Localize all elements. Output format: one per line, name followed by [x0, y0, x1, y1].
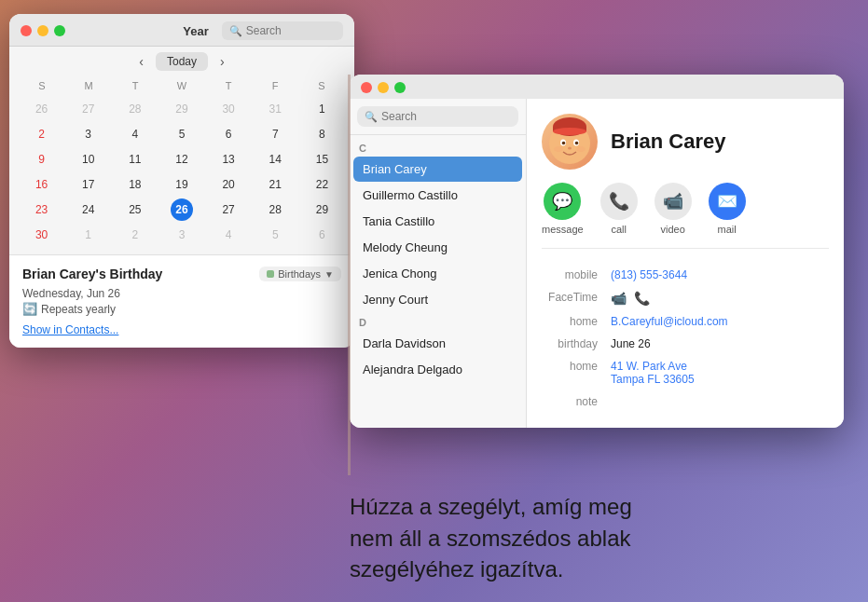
mail-icon: ✉️ — [709, 183, 746, 220]
calendar-cell[interactable]: 2 — [124, 224, 146, 246]
svg-point-7 — [575, 142, 579, 145]
calendar-cell[interactable]: 20 — [217, 173, 240, 196]
next-month-button[interactable]: › — [215, 52, 229, 71]
calendar-grid: S M T W T F S 26272829303112345678910111… — [9, 75, 354, 254]
calendar-cell[interactable]: 1 — [310, 98, 333, 120]
calendar-titlebar: Year 🔍 — [9, 14, 354, 47]
calendar-cell[interactable]: 30 — [217, 98, 240, 120]
contact-item[interactable]: Darla Davidson — [353, 331, 522, 356]
svg-point-9 — [554, 146, 563, 152]
calendar-cell[interactable]: 3 — [171, 224, 193, 246]
calendar-cell[interactable]: 3 — [77, 123, 100, 145]
contacts-search-input[interactable] — [381, 110, 511, 123]
calendar-cell[interactable]: 9 — [31, 148, 53, 171]
contacts-close-button[interactable] — [361, 82, 372, 93]
calendar-cell[interactable]: 5 — [171, 123, 193, 145]
window-divider — [348, 75, 351, 475]
calendar-cell[interactable]: 6 — [217, 123, 240, 145]
calendar-cell[interactable]: 26 — [171, 198, 193, 221]
calendar-cell[interactable]: 22 — [310, 173, 333, 196]
repeat-icon: 🔄 — [22, 302, 37, 316]
calendar-cell[interactable]: 25 — [124, 198, 146, 221]
contact-detail-name: Brian Carey — [611, 130, 726, 154]
calendar-search-box[interactable]: 🔍 — [222, 21, 343, 40]
calendar-cell[interactable]: 2 — [31, 123, 53, 145]
home-email-value[interactable]: B.Careyful@icloud.com — [607, 310, 829, 333]
facetime-video-icon[interactable]: 📹 — [611, 291, 627, 306]
contact-item[interactable]: Guillermo Castillo — [353, 183, 522, 208]
calendar-cell[interactable]: 4 — [124, 123, 146, 145]
action-call-button[interactable]: 📞 call — [600, 183, 638, 235]
calendar-cell[interactable]: 29 — [310, 198, 333, 221]
calendar-cell[interactable]: 17 — [77, 173, 100, 196]
facetime-icons[interactable]: 📹 📞 — [611, 291, 825, 306]
facetime-label: FaceTime — [542, 286, 607, 310]
calendar-cell[interactable]: 18 — [124, 173, 146, 196]
calendar-cell[interactable]: 6 — [310, 224, 333, 246]
section-header-c: C — [350, 139, 526, 156]
today-button[interactable]: Today — [156, 52, 208, 71]
action-message-button[interactable]: 💬 message — [542, 183, 584, 235]
contact-item[interactable]: Tania Castillo — [353, 209, 522, 234]
contacts-search-box[interactable]: 🔍 — [357, 106, 518, 127]
contacts-minimize-button[interactable] — [378, 82, 389, 93]
close-button[interactable] — [21, 25, 32, 36]
calendar-cell[interactable]: 28 — [264, 198, 286, 221]
event-repeat: 🔄 Repeats yearly — [22, 302, 341, 316]
calendar-cell[interactable]: 27 — [77, 98, 100, 120]
minimize-button[interactable] — [37, 25, 48, 36]
svg-point-8 — [568, 147, 572, 150]
calendar-cell[interactable]: 30 — [31, 224, 53, 246]
calendar-cell[interactable]: 14 — [264, 148, 286, 171]
home-address-value: 41 W. Park Ave Tampa FL 33605 — [607, 355, 829, 390]
calendar-cell[interactable]: 31 — [264, 98, 286, 120]
contacts-list-panel: 🔍 C Brian CareyGuillermo CastilloTania C… — [350, 99, 527, 428]
event-calendar-name: Birthdays — [278, 268, 321, 280]
calendar-cell[interactable]: 16 — [31, 173, 53, 196]
calendar-cell[interactable]: 1 — [77, 224, 100, 246]
calendar-cell[interactable]: 29 — [171, 98, 193, 120]
contact-item[interactable]: Alejandra Delgado — [353, 357, 522, 382]
action-mail-button[interactable]: ✉️ mail — [709, 183, 746, 235]
calendar-cell[interactable]: 8 — [310, 123, 333, 145]
contact-actions: 💬 message 📞 call 📹 video ✉️ mail — [542, 183, 829, 249]
contact-item[interactable]: Jenica Chong — [353, 261, 522, 286]
calendar-cell[interactable]: 24 — [77, 198, 100, 221]
calendar-cell[interactable]: 28 — [124, 98, 146, 120]
calendar-dropdown-icon[interactable]: ▼ — [324, 269, 334, 280]
contact-item[interactable]: Melody Cheung — [353, 235, 522, 260]
calendar-cell[interactable]: 12 — [171, 148, 193, 171]
calendar-cell[interactable]: 27 — [217, 198, 240, 221]
calendar-cell[interactable]: 11 — [124, 148, 146, 171]
prev-month-button[interactable]: ‹ — [134, 52, 148, 71]
calendar-cell[interactable]: 23 — [31, 198, 53, 221]
calendar-search-input[interactable] — [246, 24, 336, 37]
call-icon: 📞 — [600, 183, 638, 220]
calendar-cell[interactable]: 15 — [310, 148, 333, 171]
mobile-label: mobile — [542, 264, 607, 286]
mobile-value[interactable]: (813) 555-3644 — [607, 264, 829, 286]
calendar-cell[interactable]: 5 — [264, 224, 286, 246]
calendar-cell[interactable]: 13 — [217, 148, 240, 171]
contacts-maximize-button[interactable] — [394, 82, 406, 93]
facetime-phone-icon[interactable]: 📞 — [634, 291, 650, 306]
section-header-d: D — [350, 313, 526, 330]
day-header-wed: W — [158, 78, 205, 93]
contact-item[interactable]: Jenny Court — [353, 287, 522, 312]
action-video-button[interactable]: 📹 video — [654, 183, 692, 235]
event-calendar-badge: Birthdays ▼ — [259, 267, 341, 281]
calendar-cell[interactable]: 21 — [264, 173, 286, 196]
field-home-email: home B.Careyful@icloud.com — [542, 310, 829, 333]
calendar-cell[interactable]: 4 — [217, 224, 240, 246]
contact-avatar — [542, 114, 598, 170]
calendar-cell[interactable]: 10 — [77, 148, 100, 171]
svg-point-3 — [553, 128, 586, 135]
contact-item[interactable]: Brian Carey — [353, 157, 522, 182]
calendar-cell[interactable]: 19 — [171, 173, 193, 196]
calendar-cell[interactable]: 7 — [264, 123, 286, 145]
calendar-cell[interactable]: 26 — [31, 98, 53, 120]
event-date: Wednesday, Jun 26 — [22, 287, 341, 300]
show-in-contacts-link[interactable]: Show in Contacts... — [22, 323, 341, 336]
maximize-button[interactable] — [54, 25, 65, 36]
day-header-sun: S — [19, 78, 65, 93]
